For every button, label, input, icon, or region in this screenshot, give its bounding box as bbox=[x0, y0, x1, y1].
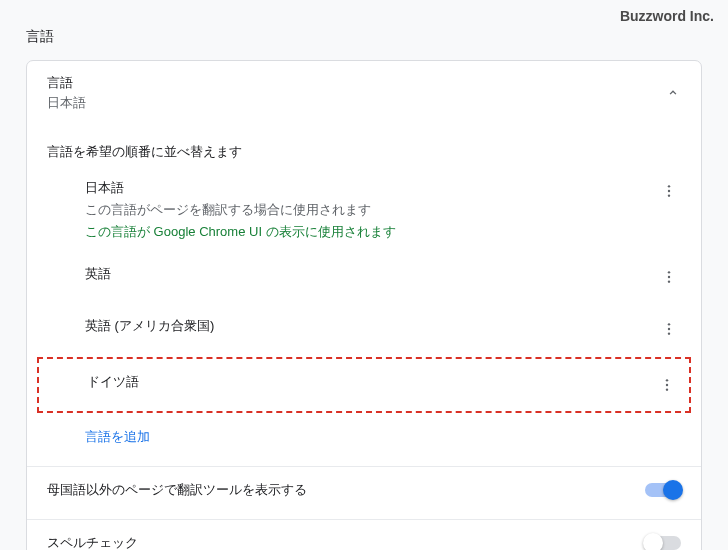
language-item-german: ドイツ語 bbox=[37, 357, 691, 413]
reorder-label: 言語を希望の順番に並べ替えます bbox=[27, 125, 701, 165]
language-name: ドイツ語 bbox=[87, 373, 655, 391]
more-vert-icon[interactable] bbox=[655, 373, 679, 397]
language-content: ドイツ語 bbox=[87, 373, 655, 391]
svg-point-3 bbox=[668, 271, 670, 273]
brand-text: Buzzword Inc. bbox=[620, 8, 714, 24]
language-note: この言語が Google Chrome UI の表示に使用されます bbox=[85, 223, 657, 241]
toggle-thumb bbox=[643, 533, 663, 550]
language-content: 日本語 この言語がページを翻訳する場合に使用されます この言語が Google … bbox=[85, 179, 657, 241]
svg-point-7 bbox=[668, 328, 670, 330]
translate-tool-row: 母国語以外のページで翻訳ツールを表示する bbox=[27, 467, 701, 513]
language-content: 英語 (アメリカ合衆国) bbox=[85, 317, 657, 335]
svg-point-10 bbox=[666, 384, 668, 386]
spellcheck-row: スペルチェック bbox=[27, 520, 701, 550]
svg-point-0 bbox=[668, 185, 670, 187]
more-vert-icon[interactable] bbox=[657, 317, 681, 341]
add-language-link[interactable]: 言語を追加 bbox=[85, 429, 150, 444]
card-title: 言語 bbox=[47, 74, 663, 92]
more-vert-icon[interactable] bbox=[657, 265, 681, 289]
svg-point-11 bbox=[666, 388, 668, 390]
card-header-text: 言語 日本語 bbox=[47, 74, 663, 112]
language-name: 日本語 bbox=[85, 179, 657, 197]
chevron-up-icon[interactable] bbox=[663, 83, 683, 103]
svg-point-9 bbox=[666, 379, 668, 381]
more-vert-icon[interactable] bbox=[657, 179, 681, 203]
language-item-english-us: 英語 (アメリカ合衆国) bbox=[27, 303, 701, 355]
svg-point-5 bbox=[668, 280, 670, 282]
language-item-japanese: 日本語 この言語がページを翻訳する場合に使用されます この言語が Google … bbox=[27, 169, 701, 251]
translate-toggle[interactable] bbox=[645, 483, 681, 497]
add-language-row: 言語を追加 bbox=[27, 415, 701, 460]
language-card-header[interactable]: 言語 日本語 bbox=[27, 61, 701, 125]
card-current-language: 日本語 bbox=[47, 94, 663, 112]
spellcheck-label: スペルチェック bbox=[47, 534, 645, 550]
translate-label: 母国語以外のページで翻訳ツールを表示する bbox=[47, 481, 645, 499]
language-name: 英語 (アメリカ合衆国) bbox=[85, 317, 657, 335]
language-list: 日本語 この言語がページを翻訳する場合に使用されます この言語が Google … bbox=[27, 165, 701, 460]
svg-point-1 bbox=[668, 190, 670, 192]
svg-point-2 bbox=[668, 194, 670, 196]
toggle-thumb bbox=[663, 480, 683, 500]
language-name: 英語 bbox=[85, 265, 657, 283]
language-desc: この言語がページを翻訳する場合に使用されます bbox=[85, 201, 657, 219]
spellcheck-toggle[interactable] bbox=[645, 536, 681, 550]
svg-point-8 bbox=[668, 332, 670, 334]
page-title: 言語 bbox=[26, 28, 54, 46]
svg-point-6 bbox=[668, 323, 670, 325]
svg-point-4 bbox=[668, 276, 670, 278]
language-settings-card: 言語 日本語 言語を希望の順番に並べ替えます 日本語 この言語がページを翻訳する… bbox=[26, 60, 702, 550]
language-item-english: 英語 bbox=[27, 251, 701, 303]
language-content: 英語 bbox=[85, 265, 657, 283]
